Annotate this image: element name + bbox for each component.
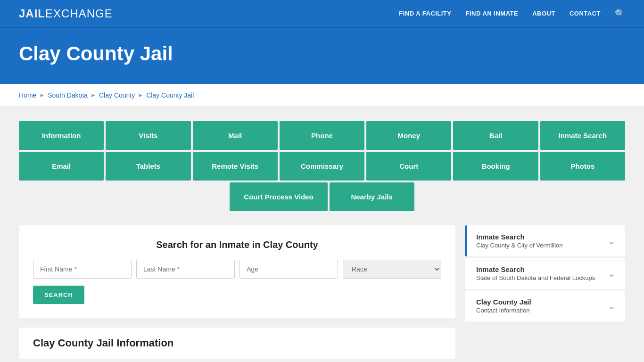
tile-booking[interactable]: Booking — [453, 152, 538, 181]
sidebar-card-text-1: Inmate Search State of South Dakota and … — [476, 265, 595, 281]
tile-grid-row3: Court Process Video Nearby Jails — [19, 182, 625, 211]
search-icon[interactable]: 🔍 — [615, 8, 625, 19]
sidebar-card-title-0: Inmate Search — [476, 233, 563, 241]
search-button[interactable]: SEARCH — [33, 286, 84, 304]
tile-nearby-jails[interactable]: Nearby Jails — [330, 182, 414, 211]
sidebar-card-title-1: Inmate Search — [476, 265, 595, 273]
tile-remote-visits[interactable]: Remote Visits — [193, 152, 278, 181]
sidebar: Inmate Search Clay County & City of Verm… — [465, 225, 625, 323]
search-fields: Race — [33, 260, 441, 279]
chevron-icon-0: ⌄ — [608, 235, 616, 247]
age-input[interactable] — [239, 260, 338, 279]
breadcrumb: Home ► South Dakota ► Clay County ► Clay… — [19, 91, 625, 99]
tile-phone[interactable]: Phone — [280, 121, 364, 150]
breadcrumb-sep-2: ► — [91, 92, 96, 99]
chevron-icon-2: ⌄ — [608, 300, 616, 312]
page-title: Clay County Jail — [19, 42, 625, 65]
tile-photos[interactable]: Photos — [540, 152, 625, 181]
first-name-input[interactable] — [33, 260, 132, 279]
info-title: Clay County Jail Information — [33, 337, 441, 349]
tile-grid-row1: Information Visits Mail Phone Money Bail… — [19, 121, 625, 150]
logo[interactable]: JAILEXCHANGE — [19, 7, 113, 20]
tile-email[interactable]: Email — [19, 152, 104, 181]
tile-commissary[interactable]: Commissary — [280, 152, 364, 181]
breadcrumb-clay-county[interactable]: Clay County — [99, 91, 135, 99]
search-title: Search for an Inmate in Clay County — [33, 239, 441, 250]
tile-court-process-video[interactable]: Court Process Video — [230, 182, 327, 211]
tile-bail[interactable]: Bail — [453, 121, 538, 150]
content-row: Search for an Inmate in Clay County Race… — [19, 225, 625, 359]
breadcrumb-bar: Home ► South Dakota ► Clay County ► Clay… — [0, 84, 644, 107]
sidebar-card-sub-1: State of South Dakota and Federal Lockup… — [476, 274, 595, 281]
sidebar-card-sub-2: Contact Information — [476, 307, 531, 314]
race-select[interactable]: Race — [343, 260, 441, 279]
inmate-search-box: Search for an Inmate in Clay County Race… — [19, 225, 455, 318]
nav-find-facility[interactable]: FIND A FACILITY — [399, 10, 451, 17]
tile-inmate-search[interactable]: Inmate Search — [540, 121, 625, 150]
breadcrumb-home[interactable]: Home — [19, 91, 36, 99]
chevron-icon-1: ⌄ — [608, 268, 616, 279]
main-content: Information Visits Mail Phone Money Bail… — [0, 107, 644, 362]
tile-court[interactable]: Court — [366, 152, 451, 181]
tile-grid-row2: Email Tablets Remote Visits Commissary C… — [19, 152, 625, 181]
sidebar-card-1[interactable]: Inmate Search State of South Dakota and … — [465, 258, 625, 289]
logo-jail: JAIL — [19, 7, 45, 20]
tile-information[interactable]: Information — [19, 121, 104, 150]
hero-section: Clay County Jail — [0, 28, 644, 84]
logo-exchange: EXCHANGE — [45, 7, 113, 20]
info-section: Clay County Jail Information — [19, 328, 455, 359]
header: JAILEXCHANGE FIND A FACILITY FIND AN INM… — [0, 0, 644, 28]
nav-find-inmate[interactable]: FIND AN INMATE — [465, 10, 518, 17]
tile-tablets[interactable]: Tablets — [106, 152, 190, 181]
last-name-input[interactable] — [136, 260, 235, 279]
breadcrumb-south-dakota[interactable]: South Dakota — [48, 91, 88, 99]
sidebar-card-2[interactable]: Clay County Jail Contact Information ⌄ — [465, 290, 625, 321]
sidebar-card-sub-0: Clay County & City of Vermillion — [476, 242, 563, 249]
breadcrumb-sep-1: ► — [39, 92, 45, 99]
tile-money[interactable]: Money — [366, 121, 451, 150]
sidebar-card-title-2: Clay County Jail — [476, 298, 531, 306]
sidebar-card-text-0: Inmate Search Clay County & City of Verm… — [476, 233, 563, 249]
nav-contact[interactable]: CONTACT — [570, 10, 601, 17]
sidebar-card-text-2: Clay County Jail Contact Information — [476, 298, 531, 314]
breadcrumb-clay-county-jail[interactable]: Clay County Jail — [146, 91, 194, 99]
main-nav: FIND A FACILITY FIND AN INMATE ABOUT CON… — [399, 8, 625, 19]
tile-mail[interactable]: Mail — [193, 121, 278, 150]
tile-visits[interactable]: Visits — [106, 121, 190, 150]
breadcrumb-sep-3: ► — [138, 92, 143, 99]
sidebar-card-0[interactable]: Inmate Search Clay County & City of Verm… — [465, 225, 625, 256]
left-column: Search for an Inmate in Clay County Race… — [19, 225, 455, 359]
nav-about[interactable]: ABOUT — [532, 10, 555, 17]
